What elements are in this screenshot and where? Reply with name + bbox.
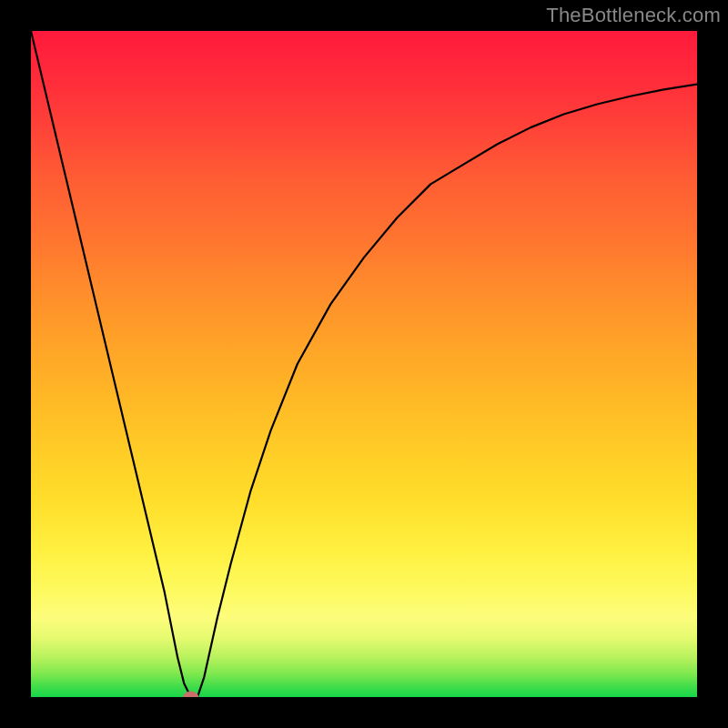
plot-area xyxy=(31,31,697,697)
chart-frame: TheBottleneck.com xyxy=(0,0,728,728)
watermark-text: TheBottleneck.com xyxy=(546,4,721,27)
minimum-marker xyxy=(184,692,198,697)
chart-svg xyxy=(31,31,697,697)
bottleneck-curve xyxy=(31,31,697,697)
